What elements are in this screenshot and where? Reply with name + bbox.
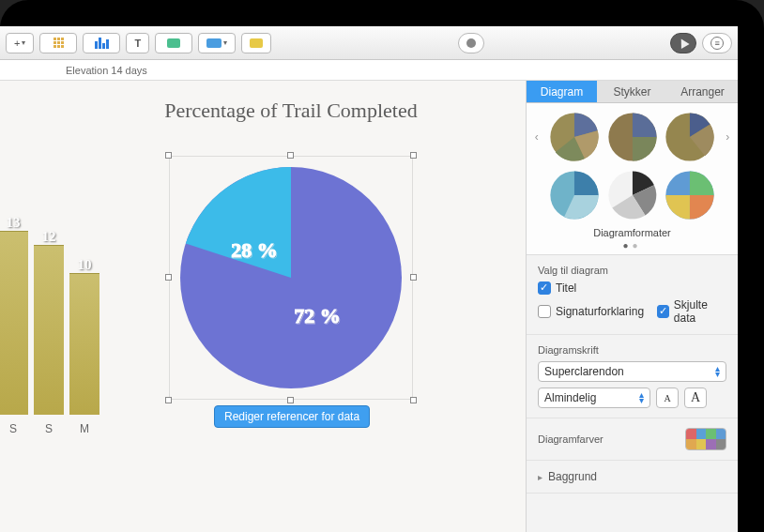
shape-button[interactable] (155, 33, 192, 53)
text-button[interactable]: T (126, 33, 149, 53)
pie-slice-label: 28 % (231, 238, 278, 262)
chart-title[interactable]: Percentage of Trail Completed (160, 98, 422, 124)
format-brush-button[interactable] (670, 33, 696, 53)
background-panel: Baggrund (527, 461, 738, 494)
dropdown-arrows-icon: ▴▾ (715, 366, 720, 377)
comment-icon (250, 38, 263, 48)
pie-chart-selection[interactable]: 28 % 28 % 72 % 72 % (169, 156, 413, 400)
checkbox-hidden-data[interactable]: Skjulte data (657, 298, 726, 325)
chart-button[interactable] (83, 33, 120, 53)
checkbox-legend[interactable]: Signaturforklaring (538, 305, 644, 318)
styles-label: Diagramformater (532, 227, 732, 238)
resize-handle[interactable] (287, 152, 294, 159)
bar-value: 10 (69, 257, 99, 273)
resize-handle[interactable] (410, 397, 417, 403)
inspector-tabs: Diagram Stykker Arranger (527, 81, 738, 103)
checkbox-title[interactable]: Titel (538, 281, 726, 295)
sort-filter-button[interactable]: ≡ (702, 33, 732, 53)
styles-prev[interactable]: ‹ (532, 132, 542, 142)
filter-icon: ≡ (711, 37, 724, 50)
inspector-panel: Diagram Stykker Arranger ‹ › Diagramform… (526, 81, 738, 532)
chart-style-thumb[interactable] (549, 111, 600, 163)
panel-title: Diagramskrift (538, 344, 726, 356)
collab-button[interactable] (458, 33, 484, 53)
chart-icon (95, 38, 109, 49)
font-size-increase[interactable]: A (684, 388, 707, 408)
chart-style-thumb[interactable] (607, 111, 658, 163)
insert-dropdown[interactable]: + ▾ (6, 33, 34, 53)
chart-styles-section: ‹ › Diagramformater ●● (527, 103, 738, 255)
tab-arranger[interactable]: Arranger (667, 81, 738, 103)
media-icon (206, 38, 222, 48)
bar-category: S (0, 422, 28, 435)
chart-style-thumb[interactable] (549, 169, 600, 221)
resize-handle[interactable] (165, 274, 172, 281)
chart-colors-panel: Diagramfarver (527, 418, 738, 461)
tab-stykker[interactable]: Stykker (597, 81, 667, 103)
styles-pager[interactable]: ●● (532, 240, 732, 251)
toolbar: + ▾ T ▾ ≡ (0, 26, 738, 60)
tab-diagram[interactable]: Diagram (527, 81, 597, 103)
bar-category: M (69, 422, 99, 435)
styles-next[interactable]: › (723, 132, 732, 142)
resize-handle[interactable] (287, 397, 294, 403)
bar-value: 12 (34, 229, 64, 245)
table-button[interactable] (39, 33, 77, 53)
shape-icon (167, 38, 180, 48)
font-size-decrease[interactable]: A (656, 388, 679, 408)
sheet-tabs: Elevation 14 days (0, 60, 738, 81)
pie-chart[interactable]: 28 % 28 % 72 % 72 % (175, 161, 407, 394)
canvas[interactable]: 13 12 10 S S M Percentage of Trail Compl… (0, 81, 526, 532)
edit-data-references-button[interactable]: Rediger referencer for data (214, 405, 370, 428)
background-disclosure[interactable]: Baggrund (538, 470, 726, 483)
chart-style-thumb[interactable] (665, 169, 715, 221)
resize-handle[interactable] (410, 274, 417, 281)
chart-style-thumb[interactable] (607, 169, 658, 221)
chart-options-panel: Valg til diagram Titel Signaturforklarin… (527, 255, 738, 335)
chart-font-panel: Diagramskrift Superclarendon ▴▾ Almindel… (527, 335, 738, 418)
brush-icon (677, 37, 689, 49)
bar-chart[interactable]: 13 12 10 S S M (0, 137, 113, 437)
panel-title: Valg til diagram (538, 265, 726, 276)
bar-value: 13 (0, 215, 28, 231)
media-button[interactable]: ▾ (198, 33, 236, 53)
bar-category: S (34, 422, 64, 435)
font-style-select[interactable]: Almindelig ▴▾ (538, 388, 650, 408)
font-family-select[interactable]: Superclarendon ▴▾ (538, 361, 726, 382)
panel-title: Diagramfarver (538, 433, 604, 445)
chart-style-thumb[interactable] (665, 111, 715, 163)
resize-handle[interactable] (410, 152, 417, 159)
person-icon (466, 38, 476, 48)
dropdown-arrows-icon: ▴▾ (639, 392, 644, 403)
pie-slice-label: 72 % (294, 304, 341, 327)
chart-colors-swatch[interactable] (685, 428, 726, 450)
comment-button[interactable] (241, 33, 271, 53)
sheet-name[interactable]: Elevation 14 days (66, 65, 147, 76)
resize-handle[interactable] (165, 397, 172, 403)
resize-handle[interactable] (165, 152, 172, 159)
